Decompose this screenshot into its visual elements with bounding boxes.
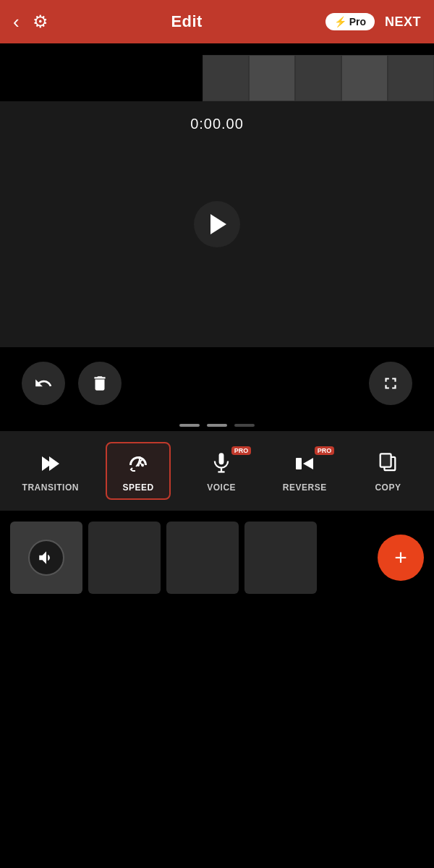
timeline-thumb	[295, 55, 341, 101]
timeline-thumb	[249, 55, 295, 101]
back-button[interactable]: ‹	[13, 12, 20, 31]
timecode-display: 0:00.00	[190, 116, 244, 132]
tool-speed[interactable]: SPEED	[106, 442, 171, 500]
pro-badge-label: Pro	[349, 16, 366, 27]
voice-label: VOICE	[207, 482, 236, 493]
delete-icon	[90, 374, 109, 393]
timeline-thumb	[341, 55, 388, 101]
svg-marker-9	[303, 458, 313, 469]
undo-icon	[34, 374, 53, 393]
settings-icon[interactable]: ⚙	[33, 12, 48, 32]
bolt-icon: ⚡	[334, 16, 346, 27]
clip-thumbnail[interactable]	[10, 522, 82, 594]
fullscreen-icon	[381, 374, 400, 393]
top-navbar: ‹ ⚙ Edit ⚡ Pro NEXT	[0, 0, 434, 43]
audio-icon	[28, 540, 64, 576]
nav-left-group: ‹ ⚙	[13, 12, 48, 32]
tool-transition[interactable]: TRANSITION	[14, 443, 88, 498]
transition-label: TRANSITION	[22, 482, 79, 493]
clips-row: +	[0, 511, 434, 605]
clip-thumbnail[interactable]	[166, 522, 239, 594]
nav-right-group: ⚡ Pro NEXT	[326, 13, 421, 30]
tool-copy[interactable]: COPY	[355, 443, 420, 498]
controls-left	[22, 362, 122, 405]
clip-thumbnail[interactable]	[88, 522, 161, 594]
delete-button[interactable]	[78, 362, 122, 405]
next-button[interactable]: NEXT	[385, 14, 421, 30]
speed-icon	[124, 449, 153, 478]
transition-icon	[36, 449, 65, 478]
svg-rect-10	[296, 458, 302, 469]
copy-icon	[373, 449, 402, 478]
controls-bar	[0, 347, 434, 420]
timeline-thumb	[203, 55, 249, 101]
svg-point-5	[138, 456, 141, 459]
pro-badge[interactable]: ⚡ Pro	[326, 13, 375, 30]
undo-button[interactable]	[22, 362, 65, 405]
play-icon	[210, 214, 226, 234]
timeline-area	[0, 43, 434, 101]
timeline-thumb	[388, 55, 434, 101]
fullscreen-button[interactable]	[369, 362, 412, 405]
progress-dot	[207, 424, 227, 427]
tool-voice[interactable]: PRO VOICE	[189, 443, 254, 498]
progress-dot	[234, 424, 255, 427]
progress-indicator	[0, 420, 434, 431]
speed-label: SPEED	[122, 482, 153, 493]
play-button[interactable]	[194, 201, 240, 247]
page-title: Edit	[171, 12, 203, 31]
tool-reverse[interactable]: PRO REVERSE	[272, 443, 337, 498]
svg-marker-1	[49, 456, 59, 471]
svg-rect-12	[380, 454, 391, 467]
timeline-strip[interactable]	[203, 55, 434, 101]
reverse-label: REVERSE	[283, 482, 327, 493]
clip-thumbnail[interactable]	[244, 522, 317, 594]
svg-rect-6	[219, 453, 224, 464]
progress-dot	[179, 424, 200, 427]
copy-label: COPY	[375, 482, 401, 493]
add-clip-button[interactable]: +	[378, 535, 424, 581]
video-player: 0:00.00	[0, 101, 434, 347]
voice-pro-tag: PRO	[231, 446, 252, 455]
tools-bar: TRANSITION SPEED PRO	[0, 431, 434, 511]
reverse-pro-tag: PRO	[315, 446, 335, 455]
